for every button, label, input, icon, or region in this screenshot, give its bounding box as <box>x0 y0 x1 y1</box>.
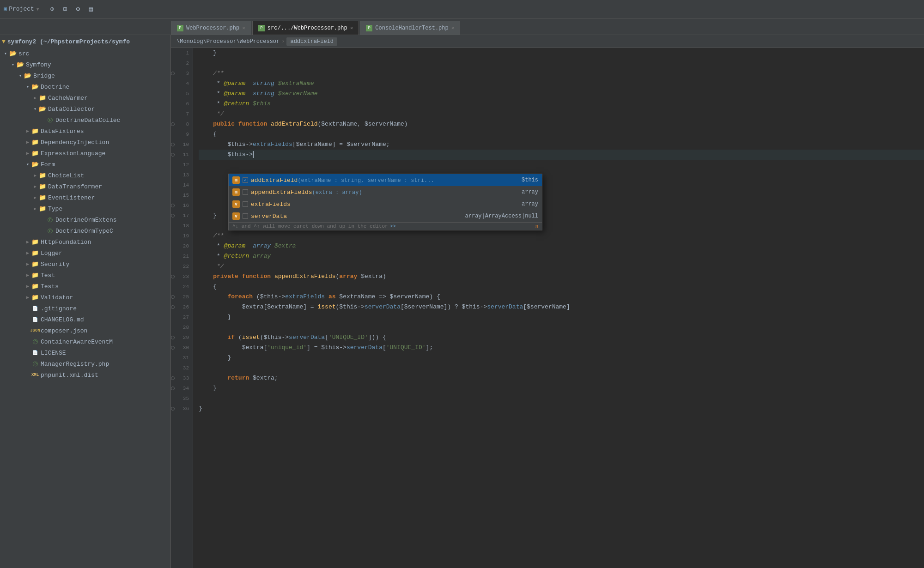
tab-close3[interactable]: ✕ <box>451 25 455 31</box>
sidebar-item-datatransformer[interactable]: ▶ 📁 DataTransformer <box>0 181 170 192</box>
code-editor[interactable]: } /** * @param string $extraName * @para… <box>193 48 924 568</box>
sidebar-item-changelog[interactable]: ▶ 📄 CHANGELOG.md <box>0 314 170 325</box>
main-layout: ▼ symfony2 (~/PhpstormProjects/symfo ▾ 📂… <box>0 35 924 568</box>
toolbar: ▣ Project ▾ ⊕ ⊞ ⚙ ▤ <box>0 0 924 18</box>
sidebar-item-security[interactable]: ▶ 📁 Security <box>0 259 170 270</box>
marker <box>171 129 175 139</box>
marker <box>171 404 175 414</box>
code-line: */ <box>199 261 924 272</box>
sidebar-item-validator[interactable]: ▶ 📁 Validator <box>0 292 170 303</box>
sidebar-item-phpunit[interactable]: ▶ XML phpunit.xml.dist <box>0 369 170 381</box>
line-number: 24 <box>183 282 189 292</box>
tab-webprocessor[interactable]: P WebProcessor.php ✕ <box>171 21 251 35</box>
chevron-right-icon: ▶ <box>31 194 39 201</box>
sidebar-item-type[interactable]: ▶ 📁 Type <box>0 203 170 214</box>
sidebar-item-doctrineormtypec[interactable]: ▶ Ⓟ DoctrineOrmTypeC <box>0 225 170 236</box>
chevron-right-icon: ▶ <box>24 249 31 257</box>
marker <box>171 68 175 79</box>
project-root[interactable]: ▼ symfony2 (~/PhpstormProjects/symfo <box>0 35 170 48</box>
chevron-down-icon: ▾ <box>17 72 24 79</box>
sidebar-item-eventlistener[interactable]: ▶ 📁 EventListener <box>0 192 170 203</box>
folder-open-icon: 📂 <box>39 105 46 113</box>
sidebar-item-gitignore[interactable]: ▶ 📄 .gitignore <box>0 303 170 314</box>
sidebar-item-bridge[interactable]: ▾ 📂 Bridge <box>0 70 170 81</box>
build-icon[interactable]: ▤ <box>86 4 96 14</box>
sidebar-item-label: composer.json <box>41 327 87 334</box>
code-container[interactable]: 1 2 3 4 5 6 7 8 9 10 11 12 13 14 15 16 1 <box>171 48 924 568</box>
marker <box>171 312 175 322</box>
sidebar-item-doctrineormextens[interactable]: ▶ Ⓟ DoctrineOrmExtens <box>0 214 170 225</box>
settings-icon[interactable]: ⚙ <box>73 4 83 14</box>
tab-consolehandlertest[interactable]: P ConsoleHandlerTest.php ✕ <box>360 21 460 35</box>
sidebar-item-symfony[interactable]: ▾ 📂 Symfony <box>0 59 170 70</box>
sidebar-item-label: ContainerAwareEventM <box>41 338 113 345</box>
sidebar-item-datacollector[interactable]: ▾ 📂 DataCollector <box>0 103 170 115</box>
code-line: /** <box>199 68 924 79</box>
sidebar-item-label: Form <box>41 161 55 168</box>
code-line: private function appendExtraFields(array… <box>199 272 924 282</box>
php-file-icon: Ⓟ <box>46 116 54 124</box>
autocomplete-popup[interactable]: m ✓ addExtraField(extraName : string, se… <box>228 174 542 230</box>
autocomplete-hint: ^↓ and ^↑ will move caret down and up in… <box>229 222 542 230</box>
sidebar-item-doctrine[interactable]: ▾ 📂 Doctrine <box>0 81 170 92</box>
sidebar-item-managerregistry[interactable]: ▶ Ⓟ ManagerRegistry.php <box>0 358 170 369</box>
tab-close[interactable]: ✕ <box>242 25 245 31</box>
chevron-right-icon: ▶ <box>24 272 31 279</box>
sidebar-item-logger[interactable]: ▶ 📁 Logger <box>0 248 170 259</box>
sidebar-item-label: ExpressionLanguage <box>41 150 105 157</box>
sidebar-item-test[interactable]: ▶ 📁 Test <box>0 270 170 281</box>
dropdown-arrow[interactable]: ▾ <box>36 6 40 13</box>
sidebar-item-datafixtures[interactable]: ▶ 📁 DataFixtures <box>0 126 170 137</box>
autocomplete-item-extrafields[interactable]: v extraFields array <box>229 198 542 210</box>
sidebar-item-dependencyinjection[interactable]: ▶ 📁 DependencyInjection <box>0 137 170 148</box>
marker <box>171 231 175 241</box>
chevron-down-icon: ▾ <box>2 50 9 57</box>
ac-item-type: array|ArrayAccess|null <box>456 213 538 219</box>
code-line-cursor[interactable]: $this-> <box>199 150 924 160</box>
navigate-back-icon[interactable]: ⊕ <box>47 4 57 14</box>
sidebar-item-form[interactable]: ▾ 📂 Form <box>0 159 170 170</box>
hint-link[interactable]: >> <box>390 224 396 229</box>
sidebar[interactable]: ▼ symfony2 (~/PhpstormProjects/symfo ▾ 📂… <box>0 35 171 568</box>
sidebar-item-label: CHANGELOG.md <box>41 316 84 323</box>
chevron-right-icon: ▶ <box>24 283 31 290</box>
sidebar-item-tests[interactable]: ▶ 📁 Tests <box>0 281 170 292</box>
line-number: 16 <box>183 200 189 211</box>
marker <box>171 170 175 180</box>
ac-item-type: $this <box>512 177 538 183</box>
sidebar-item-src[interactable]: ▾ 📂 src <box>0 48 170 59</box>
sidebar-item-doctrinedatacollec[interactable]: ▶ Ⓟ DoctrineDataCollec <box>0 115 170 126</box>
php-file-icon: Ⓟ <box>46 216 54 224</box>
sidebar-item-label: HttpFoundation <box>41 239 91 246</box>
folder-open-icon: 📂 <box>9 50 17 57</box>
line-number: 10 <box>183 139 189 150</box>
marker <box>171 79 175 89</box>
folder-icon: 📁 <box>31 127 39 135</box>
project-label[interactable]: ▣ Project ▾ <box>4 6 40 13</box>
sidebar-item-license[interactable]: ▶ 📄 LICENSE <box>0 347 170 358</box>
sidebar-item-expressionlanguage[interactable]: ▶ 📁 ExpressionLanguage <box>0 148 170 159</box>
navigate-forward-icon[interactable]: ⊞ <box>60 4 70 14</box>
sidebar-item-composer[interactable]: ▶ JSON composer.json <box>0 325 170 336</box>
md-file-icon: 📄 <box>31 316 39 323</box>
sidebar-item-httpfoundation[interactable]: ▶ 📁 HttpFoundation <box>0 236 170 248</box>
chevron-right-icon: ▶ <box>31 183 39 190</box>
tab-src-webprocessor[interactable]: P src/.../WebProcessor.php ✕ <box>252 21 359 35</box>
sidebar-item-label: Test <box>41 272 55 279</box>
autocomplete-item-addextrafield[interactable]: m ✓ addExtraField(extraName : string, se… <box>229 174 542 186</box>
line-number: 19 <box>183 231 189 241</box>
line-number: 12 <box>183 160 189 170</box>
autocomplete-item-serverdata[interactable]: v serverData array|ArrayAccess|null <box>229 210 542 222</box>
code-line: $extra[$extraName] = isset($this->server… <box>199 302 924 312</box>
method-icon: m <box>232 176 240 184</box>
sidebar-item-label: ManagerRegistry.php <box>41 361 109 368</box>
breadcrumb-method[interactable]: addExtraField <box>286 37 337 46</box>
sidebar-item-containerawareeventm[interactable]: ▶ Ⓟ ContainerAwareEventM <box>0 336 170 347</box>
autocomplete-item-appendextrafields[interactable]: m appendExtraFields(extra : array) array <box>229 186 542 198</box>
sidebar-item-label: DoctrineOrmTypeC <box>55 228 113 235</box>
tab-close2[interactable]: ✕ <box>350 25 353 31</box>
sidebar-item-cachewarmer[interactable]: ▶ 📁 CacheWarmer <box>0 92 170 103</box>
sidebar-item-label: EventListener <box>48 194 95 201</box>
sidebar-item-choicelist[interactable]: ▶ 📁 ChoiceList <box>0 170 170 181</box>
line-number: 1 <box>186 48 189 58</box>
